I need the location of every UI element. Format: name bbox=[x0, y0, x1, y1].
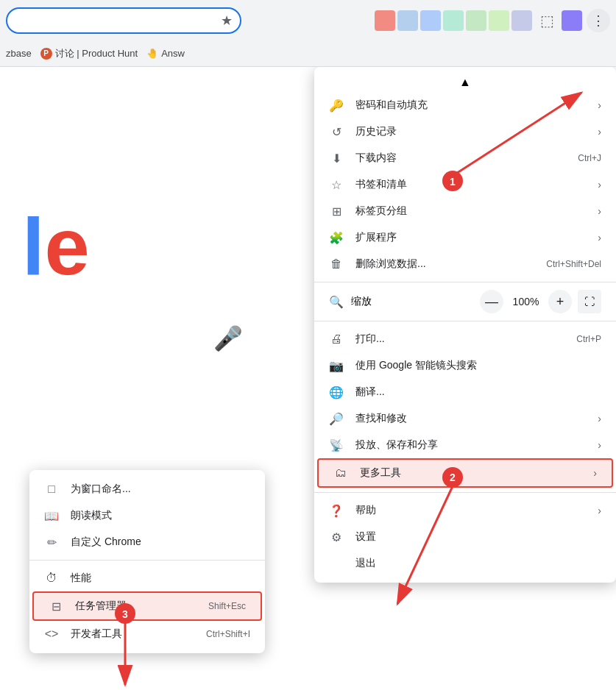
zoom-minus-button[interactable]: — bbox=[480, 290, 503, 313]
devtools-icon: <> bbox=[44, 627, 59, 641]
bookmarks-icon: ☆ bbox=[329, 177, 344, 192]
downloads-label: 下载内容 bbox=[355, 152, 566, 165]
history-label: 历史记录 bbox=[355, 125, 580, 138]
zbase-label: zbase bbox=[6, 48, 32, 59]
menu-item-translate[interactable]: 🌐 翻译... bbox=[314, 379, 616, 405]
menu-item-settings[interactable]: ⚙ 设置 bbox=[314, 524, 616, 550]
tab-groups-label: 标签页分组 bbox=[355, 204, 580, 218]
google-letter-l: l bbox=[22, 201, 45, 291]
menu-item-clear-data[interactable]: 🗑 删除浏览数据... Ctrl+Shift+Del bbox=[314, 251, 616, 277]
product-hunt-label: 讨论 | Product Hunt bbox=[55, 47, 138, 60]
bookmarks-bar: zbase P 讨论 | Product Hunt 🤚 Answ bbox=[0, 40, 616, 67]
downloads-shortcut: Ctrl+J bbox=[578, 153, 601, 163]
sub-menu-item-devtools[interactable]: <> 开发者工具 Ctrl+Shift+I bbox=[29, 621, 265, 647]
tab-new-icon[interactable]: ⬚ bbox=[537, 10, 557, 31]
address-bar[interactable]: ★ bbox=[6, 7, 241, 34]
menu-item-lens[interactable]: 📷 使用 Google 智能镜头搜索 bbox=[314, 352, 616, 379]
sub-divider-1 bbox=[29, 560, 265, 561]
lens-icon: 📷 bbox=[329, 358, 344, 373]
sub-context-menu: □ 为窗口命名... 📖 朗读模式 ✏ 自定义 Chrome ⏱ 性能 ⊟ bbox=[29, 470, 265, 653]
menu-item-tab-groups[interactable]: ⊞ 标签页分组 › bbox=[314, 198, 616, 224]
zoom-row: 🔍 缩放 — 100% + ⛶ bbox=[314, 287, 616, 316]
divider-2 bbox=[314, 321, 616, 321]
more-tools-label: 更多工具 bbox=[360, 466, 576, 480]
print-label: 打印... bbox=[355, 332, 564, 346]
cast-icon: 📡 bbox=[329, 438, 344, 452]
swatch-teal bbox=[443, 10, 464, 31]
find-arrow: › bbox=[598, 413, 601, 424]
bookmarks-label: 书签和清单 bbox=[355, 178, 580, 191]
extensions-icon: 🧩 bbox=[329, 230, 344, 245]
menu-item-downloads[interactable]: ⬇ 下载内容 Ctrl+J bbox=[314, 145, 616, 171]
downloads-icon: ⬇ bbox=[329, 151, 344, 166]
extensions-label: 扩展程序 bbox=[355, 231, 580, 244]
swatch-light-green bbox=[489, 10, 509, 31]
help-icon: ❓ bbox=[329, 503, 344, 518]
cast-arrow: › bbox=[598, 439, 601, 451]
sub-menu-item-name-window[interactable]: □ 为窗口命名... bbox=[29, 476, 265, 502]
menu-item-passwords[interactable]: 🔑 密码和自动填充 › bbox=[314, 92, 616, 118]
menu-item-history[interactable]: ↺ 历史记录 › bbox=[314, 118, 616, 145]
reader-mode-icon: 📖 bbox=[44, 508, 59, 523]
name-window-icon: □ bbox=[44, 482, 59, 497]
clear-data-shortcut: Ctrl+Shift+Del bbox=[546, 259, 601, 269]
clear-data-label: 删除浏览数据... bbox=[355, 257, 534, 271]
passwords-arrow: › bbox=[598, 99, 601, 111]
sub-menu-item-task-manager[interactable]: ⊟ 任务管理器 Shift+Esc bbox=[32, 591, 262, 621]
chrome-menu: ▲ 🔑 密码和自动填充 › ↺ 历史记录 › ⬇ 下载内容 Ctrl+J ☆ bbox=[314, 67, 616, 583]
zoom-value: 100% bbox=[509, 296, 542, 307]
settings-icon: ⚙ bbox=[329, 530, 344, 544]
swatch-blue-light bbox=[397, 10, 418, 31]
cast-label: 投放、保存和分享 bbox=[355, 438, 580, 452]
menu-item-help[interactable]: ❓ 帮助 › bbox=[314, 497, 616, 524]
menu-item-extensions[interactable]: 🧩 扩展程序 › bbox=[314, 224, 616, 251]
sub-menu-item-customize[interactable]: ✏ 自定义 Chrome bbox=[29, 529, 265, 555]
bookmark-zbase[interactable]: zbase bbox=[6, 48, 32, 59]
extension-icon[interactable] bbox=[562, 10, 582, 31]
devtools-label: 开发者工具 bbox=[71, 627, 194, 641]
passwords-label: 密码和自动填充 bbox=[355, 99, 580, 112]
bookmark-answ[interactable]: 🤚 Answ bbox=[146, 48, 185, 59]
menu-item-print[interactable]: 🖨 打印... Ctrl+P bbox=[314, 326, 616, 352]
divider-3 bbox=[314, 492, 616, 493]
translate-label: 翻译... bbox=[355, 385, 601, 399]
answ-label: Answ bbox=[161, 48, 185, 59]
settings-label: 设置 bbox=[355, 530, 601, 544]
zoom-plus-button[interactable]: + bbox=[548, 290, 572, 313]
reader-mode-label: 朗读模式 bbox=[71, 509, 250, 522]
translate-icon: 🌐 bbox=[329, 385, 344, 399]
menu-item-cast[interactable]: 📡 投放、保存和分享 › bbox=[314, 432, 616, 458]
sub-menu-item-reader-mode[interactable]: 📖 朗读模式 bbox=[29, 502, 265, 529]
menu-item-more-tools[interactable]: 🗂 更多工具 › bbox=[317, 458, 613, 488]
collapse-btn[interactable]: ▲ bbox=[314, 73, 616, 92]
task-manager-shortcut: Shift+Esc bbox=[208, 601, 246, 611]
hand-icon: 🤚 bbox=[146, 48, 158, 59]
google-letter-e: e bbox=[45, 201, 90, 291]
divider-1 bbox=[314, 282, 616, 282]
color-swatches bbox=[375, 10, 532, 31]
page-content: le 🎤 ▲ 🔑 密码和自动填充 › ↺ 历史记录 › ⬇ 下载内容 bbox=[0, 67, 616, 690]
zoom-controls: — 100% + ⛶ bbox=[480, 290, 601, 313]
google-mic: 🎤 bbox=[213, 324, 243, 352]
ph-icon: P bbox=[40, 48, 52, 60]
devtools-shortcut: Ctrl+Shift+I bbox=[206, 629, 250, 639]
find-label: 查找和修改 bbox=[355, 412, 580, 425]
menu-item-exit[interactable]: 退出 bbox=[314, 550, 616, 577]
customize-icon: ✏ bbox=[44, 535, 59, 549]
browser-window: ★ ⬚ ⋮ zbase P 讨论 | Product Hunt 🤚 Answ bbox=[0, 0, 616, 690]
bookmark-product-hunt[interactable]: P 讨论 | Product Hunt bbox=[40, 47, 138, 60]
menu-item-find[interactable]: 🔎 查找和修改 › bbox=[314, 405, 616, 432]
swatch-green bbox=[466, 10, 486, 31]
fullscreen-button[interactable]: ⛶ bbox=[578, 290, 601, 313]
menu-item-bookmarks[interactable]: ☆ 书签和清单 › bbox=[314, 171, 616, 198]
history-icon: ↺ bbox=[329, 124, 344, 139]
swatch-blue bbox=[420, 10, 441, 31]
sub-menu-item-performance[interactable]: ⏱ 性能 bbox=[29, 565, 265, 591]
print-icon: 🖨 bbox=[329, 332, 344, 346]
chrome-menu-button[interactable]: ⋮ bbox=[587, 9, 610, 32]
star-icon[interactable]: ★ bbox=[221, 13, 233, 29]
exit-icon bbox=[329, 556, 344, 571]
more-tools-icon: 🗂 bbox=[333, 466, 348, 480]
print-shortcut: Ctrl+P bbox=[576, 334, 601, 344]
exit-label: 退出 bbox=[355, 557, 601, 570]
